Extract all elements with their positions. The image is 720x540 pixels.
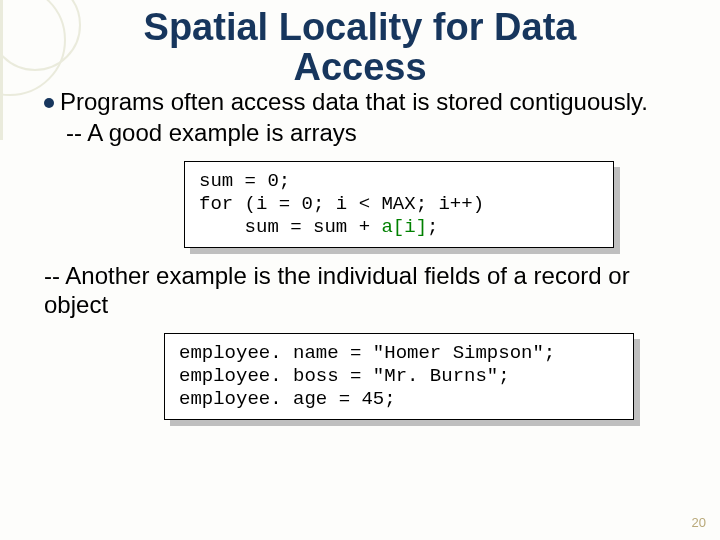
title-line-1: Spatial Locality for Data [144, 6, 577, 48]
title-line-2: Access [293, 46, 426, 88]
subpoint-records: -- Another example is the individual fie… [44, 262, 676, 320]
code1-highlight: a[i] [381, 216, 427, 238]
slide-body: Programs often access data that is store… [44, 88, 676, 420]
codebox: employee. name = "Homer Simpson"; employ… [164, 333, 634, 419]
code-example-records: employee. name = "Homer Simpson"; employ… [164, 333, 634, 419]
bullet-text-1: Programs often access data that is store… [60, 88, 648, 117]
code1-part-a: sum = 0; for (i = 0; i < MAX; i++) sum =… [199, 170, 484, 238]
codebox: sum = 0; for (i = 0; i < MAX; i++) sum =… [184, 161, 614, 247]
subpoint-arrays: -- A good example is arrays [66, 119, 676, 148]
slide-title: Spatial Locality for Data Access [40, 8, 680, 88]
page-number: 20 [692, 515, 706, 530]
bullet-dot-icon [44, 98, 54, 108]
bullet-item-1: Programs often access data that is store… [44, 88, 676, 117]
code1-part-b: ; [427, 216, 438, 238]
code-example-arrays: sum = 0; for (i = 0; i < MAX; i++) sum =… [184, 161, 614, 247]
